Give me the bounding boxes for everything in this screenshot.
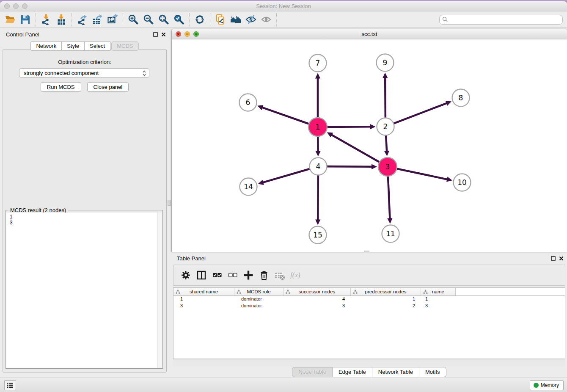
graph-node-7[interactable]: 7 [309, 55, 327, 72]
table-cell: 2 [351, 303, 421, 309]
tab-motifs[interactable]: Motifs [419, 367, 446, 377]
export-table-icon[interactable] [90, 13, 105, 26]
network-view-window: scc.txt 7968124314101511 [171, 29, 567, 252]
hide-eye-icon[interactable] [243, 13, 259, 26]
graph-node-8[interactable]: 8 [452, 89, 470, 107]
svg-text:2: 2 [383, 122, 388, 131]
graph-edge-2-8[interactable] [393, 103, 447, 124]
select-all-columns-icon[interactable] [209, 268, 225, 283]
import-network-icon[interactable] [39, 13, 54, 26]
graph-edge-2-9[interactable] [385, 77, 385, 118]
column-header-MCDS-role[interactable]: MCDS role [234, 288, 284, 295]
show-eye-icon[interactable] [259, 13, 274, 26]
tab-select[interactable]: Select [85, 41, 110, 51]
network-graph-canvas[interactable]: 7968124314101511 [172, 39, 567, 252]
graph-node-2[interactable]: 2 [377, 118, 394, 135]
tab-node-table[interactable]: Node Table [292, 367, 333, 377]
graph-edge-4-14[interactable] [262, 168, 310, 182]
control-panel-header: Control Panel [0, 30, 166, 39]
graph-edge-arrowhead [315, 151, 320, 156]
toggle-columns-icon[interactable] [193, 268, 209, 283]
float-panel-icon[interactable] [153, 32, 158, 37]
table-cell: 3 [421, 303, 456, 309]
zoom-in-icon[interactable] [126, 13, 141, 26]
save-session-icon[interactable] [18, 13, 33, 26]
graph-edge-3-1[interactable] [331, 135, 380, 163]
node-table[interactable]: shared nameMCDS rolesuccessor nodesprede… [173, 287, 565, 359]
export-network-icon[interactable] [74, 13, 90, 26]
graph-edge-1-2[interactable] [327, 127, 371, 127]
column-header-predecessor-nodes[interactable]: predecessor nodes [351, 288, 421, 295]
control-panel-title: Control Panel [6, 31, 39, 38]
graph-edge-2-3[interactable] [386, 135, 387, 152]
mcds-result-textarea[interactable]: 1 3 [6, 213, 157, 368]
graph-edge-3-11[interactable] [388, 176, 390, 219]
clone-network-icon[interactable] [213, 13, 228, 26]
graph-node-11[interactable]: 11 [382, 225, 399, 243]
svg-text:6: 6 [246, 98, 250, 107]
svg-text:9: 9 [383, 58, 388, 67]
delete-column-icon[interactable] [256, 268, 272, 283]
svg-text:4: 4 [316, 162, 321, 171]
close-panel-icon[interactable] [161, 32, 166, 37]
optimization-criterion-select[interactable]: strongly connected component [19, 68, 149, 78]
svg-text:10: 10 [457, 178, 467, 187]
task-history-button[interactable] [4, 380, 16, 390]
export-image-icon[interactable] [105, 13, 120, 26]
graph-edge-1-6[interactable] [262, 107, 310, 124]
float-table-panel-icon[interactable] [551, 256, 556, 261]
table-cell: 3 [173, 303, 234, 309]
svg-text:7: 7 [316, 59, 320, 67]
svg-text:11: 11 [386, 229, 395, 238]
vertical-splitter-handle[interactable] [168, 200, 171, 206]
import-table-icon[interactable] [54, 13, 69, 26]
zoom-fit-icon[interactable] [156, 13, 171, 26]
tab-network-table[interactable]: Network Table [372, 367, 419, 377]
table-panel: Table Panel f(x) shared nameMCDS rolesuc… [171, 254, 567, 377]
zoom-out-icon[interactable] [141, 13, 156, 26]
tab-mcds[interactable]: MCDS [111, 41, 138, 51]
column-header-shared-name[interactable]: shared name [173, 288, 234, 295]
tab-style[interactable]: Style [62, 41, 85, 51]
deselect-all-columns-icon[interactable] [225, 268, 240, 283]
memory-button[interactable]: Memory [530, 380, 564, 390]
table-row[interactable]: 1dominator411 [173, 296, 565, 303]
refresh-icon[interactable] [192, 13, 207, 26]
table-rows: 1dominator4113dominator323 [173, 296, 565, 309]
graph-edge-arrowhead [383, 72, 388, 78]
table-settings-icon[interactable] [178, 268, 193, 283]
column-header-successor-nodes[interactable]: successor nodes [284, 288, 351, 295]
graph-node-14[interactable]: 14 [240, 178, 257, 196]
zoom-selected-icon[interactable] [171, 13, 187, 26]
graph-node-6[interactable]: 6 [239, 94, 257, 111]
horizontal-splitter-handle[interactable] [364, 251, 369, 252]
close-panel-button[interactable]: Close panel [87, 82, 129, 92]
graph-node-4[interactable]: 4 [310, 158, 327, 175]
tab-network[interactable]: Network [30, 41, 62, 51]
graph-node-3[interactable]: 3 [378, 157, 397, 176]
control-panel-tabs: NetworkStyleSelectMCDS [0, 41, 169, 51]
run-mcds-button[interactable]: Run MCDS [41, 82, 81, 92]
graph-edge-3-10[interactable] [396, 168, 448, 179]
graph-edge-4-15[interactable] [318, 174, 318, 220]
table-row[interactable]: 3dominator323 [173, 303, 565, 309]
graph-node-9[interactable]: 9 [377, 54, 394, 72]
criterion-value: strongly connected component [24, 70, 99, 76]
table-cell: 4 [284, 296, 351, 303]
graph-node-1[interactable]: 1 [308, 118, 327, 136]
column-header-name[interactable]: name [421, 288, 456, 295]
open-session-icon[interactable] [3, 13, 18, 26]
main-area: Control Panel NetworkStyleSelectMCDS Opt… [0, 28, 567, 378]
graph-node-15[interactable]: 15 [309, 226, 327, 244]
close-table-panel-icon[interactable] [559, 256, 564, 261]
graph-node-10[interactable]: 10 [454, 174, 471, 191]
tab-edge-table[interactable]: Edge Table [333, 367, 372, 377]
home-icon[interactable] [228, 13, 243, 26]
window-title: Session: New Session [0, 3, 567, 9]
mcds-result-scrollbar[interactable] [157, 213, 162, 368]
create-column-icon[interactable] [240, 268, 256, 283]
toolbar-group [210, 13, 277, 26]
svg-text:f(x): f(x) [290, 271, 300, 279]
search-input[interactable] [439, 15, 563, 25]
graph-edge-4-3[interactable] [326, 166, 372, 167]
